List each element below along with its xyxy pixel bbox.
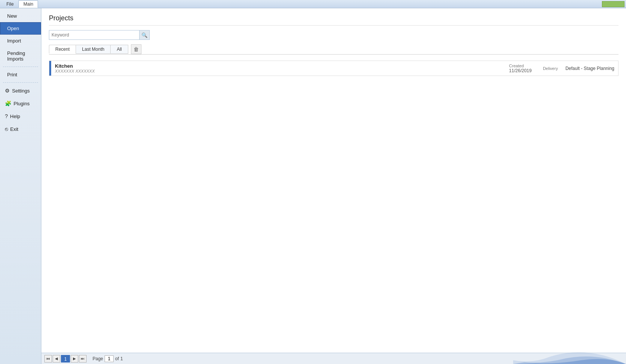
first-page-icon: ⏮: [46, 356, 50, 361]
search-input[interactable]: [49, 30, 139, 40]
tab-main[interactable]: Main: [18, 0, 38, 8]
sidebar-item-settings-label: Settings: [12, 88, 30, 94]
project-meta: Created 11/26/2019 Delivery: [505, 61, 562, 76]
page-title: Projects: [49, 14, 618, 26]
page-of-label: of: [115, 356, 119, 361]
project-name: Kitchen: [55, 63, 501, 69]
prev-page-icon: ◀: [55, 356, 58, 361]
search-button[interactable]: 🔍: [139, 30, 150, 40]
table-row[interactable]: Kitchen XXXXXXX XXXXXXX Created 11/26/20…: [49, 61, 618, 76]
title-bar-green-button[interactable]: [602, 1, 624, 7]
current-page-box: 1: [61, 355, 70, 362]
title-bar-controls: [602, 1, 624, 7]
next-page-icon: ▶: [73, 356, 76, 361]
gear-icon: ⚙: [5, 88, 10, 94]
sidebar-item-plugins-label: Plugins: [14, 101, 30, 106]
last-page-button[interactable]: ⏭: [79, 355, 87, 362]
puzzle-icon: 🧩: [5, 100, 11, 106]
sidebar-item-open[interactable]: Open: [0, 22, 41, 35]
search-icon: 🔍: [141, 32, 147, 38]
content-area: Projects 🔍 Recent Last Month All 🗑: [41, 8, 626, 364]
search-bar: 🔍: [49, 30, 618, 40]
sidebar-item-help[interactable]: ? Help: [0, 110, 41, 123]
sidebar-item-print[interactable]: Print: [0, 68, 41, 81]
first-page-button[interactable]: ⏮: [44, 355, 52, 362]
content-footer: ⏮ ◀ 1 ▶ ⏭ Page of 1: [41, 353, 626, 364]
created-date: 11/26/2019: [509, 68, 532, 73]
delivery-label: Delivery: [543, 66, 558, 71]
last-page-icon: ⏭: [81, 356, 85, 361]
page-info: Page of 1: [93, 355, 123, 362]
sidebar-divider-1: [3, 67, 38, 67]
sidebar-item-open-label: Open: [7, 26, 19, 31]
sidebar-item-plugins[interactable]: 🧩 Plugins: [0, 97, 41, 110]
project-info: Kitchen XXXXXXX XXXXXXX: [51, 61, 505, 76]
page-total: 1: [120, 356, 123, 361]
sidebar-item-pending-imports-label: Pending Imports: [7, 50, 36, 62]
created-label: Created: [509, 64, 532, 68]
tab-file[interactable]: File: [2, 0, 18, 8]
sidebar-item-settings[interactable]: ⚙ Settings: [0, 84, 41, 97]
help-icon: ?: [5, 113, 8, 119]
sidebar-divider-2: [3, 82, 38, 83]
exit-icon: ⎋: [5, 126, 8, 132]
title-bar: File Main: [0, 0, 626, 8]
delete-button[interactable]: 🗑: [131, 44, 141, 54]
content-inner: Projects 🔍 Recent Last Month All 🗑: [41, 8, 626, 353]
sidebar-item-help-label: Help: [10, 114, 20, 119]
tab-all[interactable]: All: [110, 45, 128, 54]
tab-recent[interactable]: Recent: [49, 45, 76, 54]
sidebar-item-new[interactable]: New: [0, 10, 41, 22]
pagination: ⏮ ◀ 1 ▶ ⏭: [44, 355, 87, 362]
page-number-input[interactable]: [105, 355, 114, 362]
tab-last-month[interactable]: Last Month: [76, 45, 111, 54]
next-page-button[interactable]: ▶: [71, 355, 78, 362]
sidebar-item-new-label: New: [7, 13, 17, 19]
trash-icon: 🗑: [134, 46, 139, 52]
project-list: Kitchen XXXXXXX XXXXXXX Created 11/26/20…: [49, 61, 618, 76]
sidebar-item-import-label: Import: [7, 38, 21, 44]
project-meta-delivery: Delivery: [543, 66, 558, 71]
prev-page-button[interactable]: ◀: [53, 355, 60, 362]
sidebar-item-import[interactable]: Import: [0, 35, 41, 47]
project-meta-created: Created 11/26/2019: [509, 64, 532, 73]
sidebar-item-pending-imports[interactable]: Pending Imports: [0, 47, 41, 65]
sidebar: New Open Import Pending Imports Print ⚙ …: [0, 8, 41, 364]
sidebar-item-exit[interactable]: ⎋ Exit: [0, 123, 41, 135]
app-body: New Open Import Pending Imports Print ⚙ …: [0, 8, 626, 364]
project-id: XXXXXXX XXXXXXX: [55, 69, 501, 73]
page-label: Page: [93, 356, 103, 361]
sidebar-item-exit-label: Exit: [10, 126, 18, 132]
project-stage: Default - Stage Planning: [562, 64, 618, 73]
filter-tabs: Recent Last Month All 🗑: [49, 44, 618, 55]
sidebar-item-print-label: Print: [7, 72, 17, 77]
